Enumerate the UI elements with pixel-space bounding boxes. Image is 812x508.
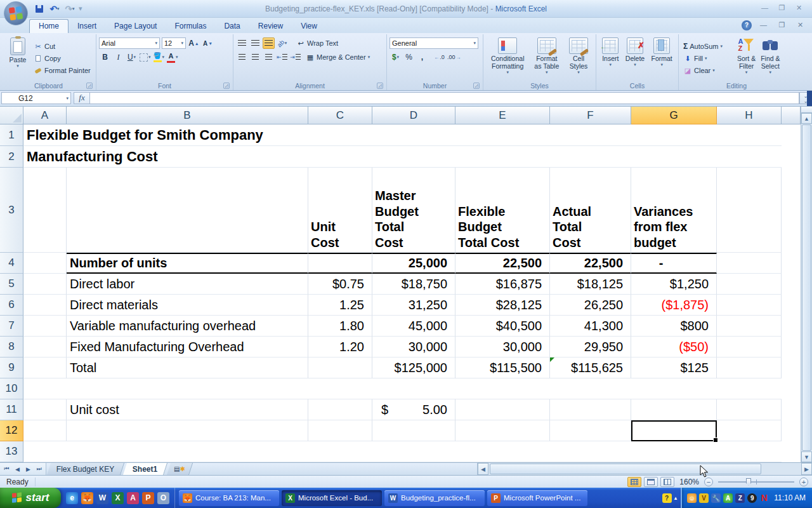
cell-f7[interactable]: 41,300: [550, 316, 631, 337]
align-center-button[interactable]: [249, 51, 261, 63]
name-box[interactable]: G12▾: [1, 92, 71, 104]
cell-b12[interactable]: [67, 420, 308, 441]
word-icon[interactable]: W: [96, 492, 108, 504]
cell-b6[interactable]: Direct materials: [67, 295, 308, 316]
first-sheet-button[interactable]: ⏮: [2, 465, 11, 472]
cell-c3[interactable]: Unit Cost: [308, 168, 372, 253]
scroll-down-arrow[interactable]: ▼: [801, 451, 812, 462]
format-as-table-button[interactable]: Format as Table▾: [532, 36, 561, 81]
tab-page-layout[interactable]: Page Layout: [105, 20, 166, 33]
paste-button[interactable]: Paste ▾: [4, 36, 32, 81]
cell-g4[interactable]: -: [631, 253, 717, 274]
cell-g9[interactable]: $125: [631, 358, 717, 378]
cell-d8[interactable]: 30,000: [372, 337, 455, 358]
cell-c12[interactable]: [308, 420, 372, 441]
cell-e11[interactable]: [455, 399, 550, 420]
restore-button[interactable]: ❐: [775, 4, 789, 13]
cell-f4[interactable]: 22,500: [550, 253, 631, 274]
vertical-scrollbar[interactable]: ▲ ▼: [801, 107, 812, 462]
selected-cell-g12[interactable]: [631, 420, 717, 441]
tray-z-icon[interactable]: Z: [735, 493, 745, 503]
row-header-5[interactable]: 5: [0, 274, 23, 295]
format-painter-button[interactable]: Format Painter: [32, 65, 93, 76]
tab-data[interactable]: Data: [215, 20, 249, 33]
scroll-left-arrow[interactable]: ◀: [478, 463, 488, 475]
cell-d5[interactable]: $18,750: [372, 274, 455, 295]
undo-button[interactable]: ↶▾: [48, 3, 61, 15]
cell-e5[interactable]: $16,875: [455, 274, 550, 295]
clipboard-dialog-launcher[interactable]: ◿: [86, 83, 93, 89]
merge-center-button[interactable]: ▦Merge & Center▾: [304, 51, 372, 63]
tab-formulas[interactable]: Formulas: [166, 20, 215, 33]
comma-style-button[interactable]: ,: [416, 51, 428, 63]
font-name-combobox[interactable]: Arial▾: [99, 37, 160, 49]
tray-novell-icon[interactable]: N: [759, 493, 769, 503]
tab-home[interactable]: Home: [29, 19, 69, 33]
zoom-slider[interactable]: [718, 481, 794, 483]
cell-g3[interactable]: Variances from flex budget: [631, 168, 717, 253]
task-firefox-course[interactable]: 🦊Course: BA 213: Man...: [179, 490, 279, 506]
format-cells-button[interactable]: Format▾: [649, 36, 675, 81]
redo-button[interactable]: ↷▾: [63, 3, 76, 15]
cell-b9[interactable]: Total: [67, 358, 308, 378]
cell-g6[interactable]: ($1,875): [631, 295, 717, 316]
cell-a3[interactable]: [23, 168, 67, 253]
row-10-cells[interactable]: [23, 378, 782, 399]
qat-customize-button[interactable]: ▾: [79, 4, 82, 13]
cell-g7[interactable]: $800: [631, 316, 717, 337]
vertical-scroll-thumb[interactable]: [802, 124, 811, 451]
excel-icon[interactable]: X: [112, 492, 124, 504]
cell-d7[interactable]: 45,000: [372, 316, 455, 337]
percent-style-button[interactable]: %: [403, 51, 415, 63]
align-left-button[interactable]: [236, 51, 248, 63]
increase-indent-button[interactable]: ⇥: [289, 51, 301, 63]
cell-b11[interactable]: Unit cost: [67, 399, 308, 420]
cell-c11[interactable]: [308, 399, 372, 420]
cell-f3[interactable]: Actual Total Cost: [550, 168, 631, 253]
increase-decimal-button[interactable]: ←.0: [433, 51, 445, 63]
outlook-icon[interactable]: O: [157, 492, 169, 504]
sheet-tab-flex-budget-key[interactable]: Flex Budget KEY: [47, 463, 125, 475]
alignment-dialog-launcher[interactable]: ◿: [377, 83, 383, 89]
orientation-button[interactable]: ab▾: [276, 37, 288, 49]
delete-cells-button[interactable]: ✗ Delete▾: [623, 36, 647, 81]
align-right-button[interactable]: [263, 51, 275, 63]
cell-h6[interactable]: [717, 295, 782, 316]
cell-e4[interactable]: 22,500: [455, 253, 550, 274]
cell-d6[interactable]: 31,250: [372, 295, 455, 316]
next-sheet-button[interactable]: ▶: [23, 466, 33, 472]
page-break-view-button[interactable]: [660, 477, 674, 487]
bold-button[interactable]: B: [99, 51, 111, 63]
middle-align-button[interactable]: [249, 37, 261, 49]
save-button[interactable]: [33, 3, 46, 15]
cell-a9[interactable]: [23, 358, 67, 378]
tray-shield-icon[interactable]: V: [699, 493, 709, 503]
cell-f8[interactable]: 29,950: [550, 337, 631, 358]
wrap-text-button[interactable]: ↩Wrap Text: [294, 37, 340, 49]
zoom-level[interactable]: 160%: [677, 478, 702, 486]
cell-d3[interactable]: Master Budget Total Cost: [372, 168, 455, 253]
zoom-in-button[interactable]: +: [799, 478, 808, 486]
horizontal-scroll-thumb[interactable]: [490, 464, 761, 474]
top-align-button[interactable]: [236, 37, 248, 49]
cell-h4[interactable]: [717, 253, 782, 274]
column-header-c[interactable]: C: [308, 107, 372, 124]
underline-button[interactable]: U▾: [126, 51, 138, 63]
column-header-g[interactable]: G: [631, 107, 717, 124]
column-header-a[interactable]: A: [23, 107, 67, 124]
cell-c4[interactable]: [308, 253, 372, 274]
cell-a5[interactable]: [23, 274, 67, 295]
row-header-12[interactable]: 12: [0, 420, 23, 441]
decrease-decimal-button[interactable]: .00→: [447, 51, 462, 63]
cell-f11[interactable]: [550, 399, 631, 420]
cell-h5[interactable]: [717, 274, 782, 295]
accounting-format-button[interactable]: $▾: [390, 51, 402, 63]
cell-c6[interactable]: 1.25: [308, 295, 372, 316]
zoom-slider-thumb[interactable]: [746, 478, 751, 486]
find-select-button[interactable]: Find & Select▾: [758, 36, 782, 81]
split-handle[interactable]: [801, 107, 812, 113]
cell-e8[interactable]: 30,000: [455, 337, 550, 358]
row-header-6[interactable]: 6: [0, 295, 23, 316]
cell-d12[interactable]: [372, 420, 455, 441]
cell-g11[interactable]: [631, 399, 717, 420]
